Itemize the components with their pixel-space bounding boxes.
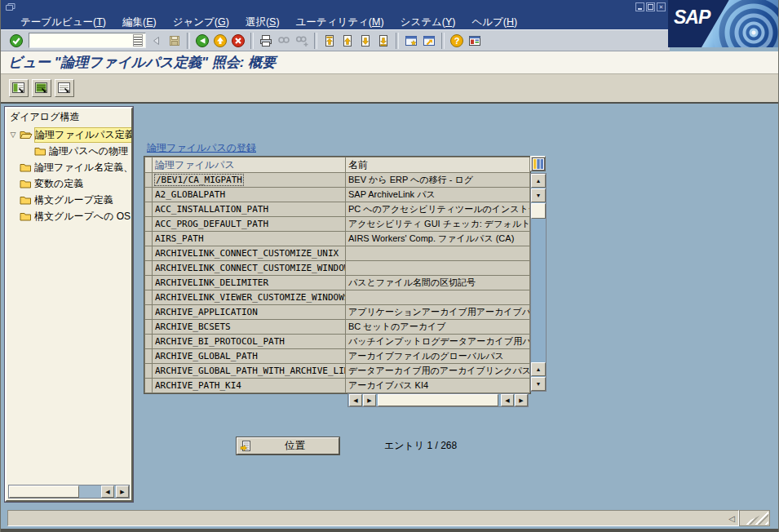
table-vscrollbar[interactable]: ▲ ▼ ▲ ▼ <box>530 173 547 392</box>
table-hscroll-thumb[interactable] <box>378 394 498 406</box>
cell-name[interactable]: アーカイブファイルのグローバルパス <box>346 349 530 364</box>
cell-logical-path[interactable]: ARCHIVE_BI_PROTOCOL_PATH <box>153 335 346 349</box>
tree-hscroll-thumb[interactable] <box>9 485 79 498</box>
row-selector[interactable] <box>145 217 153 232</box>
table-scroll-right-button[interactable]: ▶ <box>363 394 376 406</box>
cell-name[interactable]: BC セットのアーカイブ <box>346 320 530 335</box>
table-list-icon[interactable] <box>55 79 74 97</box>
cell-name[interactable] <box>346 290 530 305</box>
customize-icon[interactable] <box>466 32 484 50</box>
table-scroll-left-button-2[interactable]: ◀ <box>501 394 514 406</box>
enter-icon[interactable] <box>7 32 25 50</box>
page-down-icon[interactable] <box>356 32 374 50</box>
row-selector[interactable] <box>145 379 153 393</box>
cell-logical-path[interactable]: ARCHIVE_APPLICATION <box>153 305 346 320</box>
print-icon[interactable] <box>257 32 275 50</box>
tree-item[interactable]: 論理パスへの物理 <box>7 143 131 159</box>
cell-logical-path[interactable]: ARCHIVELINK_CONNECT_CUSTOMIZE_UNIX <box>153 246 346 261</box>
command-input[interactable] <box>29 33 146 48</box>
cell-name[interactable]: PC へのアクセシビリティツールのインストール <box>346 202 530 217</box>
row-selector[interactable] <box>145 261 153 276</box>
resize-grip[interactable] <box>739 510 770 526</box>
cell-logical-path[interactable]: AIRS_PATH <box>153 232 346 246</box>
exit-icon[interactable] <box>211 32 229 50</box>
table-config-icon[interactable] <box>530 156 546 171</box>
cell-name[interactable] <box>346 261 530 276</box>
table-selection-icon[interactable] <box>32 79 51 97</box>
table-scroll-left-button[interactable]: ◀ <box>349 394 362 406</box>
row-selector[interactable] <box>145 202 153 217</box>
row-selector[interactable] <box>145 364 153 379</box>
row-selector[interactable] <box>145 232 153 246</box>
cell-name[interactable] <box>346 246 530 261</box>
back-icon[interactable] <box>193 32 211 50</box>
vscroll-thumb[interactable] <box>531 203 546 219</box>
tree-scroll-left-button[interactable]: ◀ <box>101 485 114 498</box>
menu-item[interactable]: 選択(S) <box>237 16 288 29</box>
window-menu-icon[interactable] <box>4 2 19 13</box>
column-header-logical-path[interactable]: 論理ファイルパス <box>153 157 346 173</box>
tree-item[interactable]: 変数の定義 <box>7 175 131 192</box>
cell-name[interactable]: アーカイブパス KI4 <box>346 379 530 393</box>
cell-logical-path[interactable]: ARCHIVELINK_DELIMITER <box>153 276 346 290</box>
menu-item[interactable]: ユーティリティ(M) <box>288 16 392 29</box>
column-header-name[interactable]: 名前 <box>346 157 530 173</box>
help-icon[interactable]: ? <box>448 32 466 50</box>
row-selector[interactable] <box>145 276 153 290</box>
tree-scroll-right-button[interactable]: ▶ <box>116 485 129 498</box>
cell-logical-path[interactable]: ACC_PROG_DEFAULT_PATH <box>153 217 346 232</box>
scroll-down-button-bottom[interactable]: ▼ <box>531 377 546 391</box>
table-hscroll-track[interactable] <box>498 394 500 406</box>
tree-item[interactable]: 論理ファイル名定義、 <box>7 159 131 175</box>
vscroll-track[interactable] <box>531 219 546 361</box>
cell-logical-path[interactable]: ARCHIVE_GLOBAL_PATH_WITH_ARCHIVE_LINK <box>153 364 346 379</box>
menu-item[interactable]: ジャンプ(G) <box>165 16 237 29</box>
cell-name[interactable]: データアーカイブ用のアーカイブリンクパス <box>346 364 530 379</box>
tree-item[interactable]: 構文グループへの OS <box>7 208 131 224</box>
tree-hscroll-track[interactable] <box>79 485 100 498</box>
shortcut-icon[interactable] <box>420 32 438 50</box>
status-collapse-icon[interactable]: ◁ <box>728 514 735 523</box>
cell-name[interactable]: SAP ArchiveLink パス <box>346 188 530 202</box>
first-page-icon[interactable] <box>321 32 339 50</box>
cell-name[interactable]: アクセシビリティ GUI チェッカ: デフォルトリポジトリ <box>346 217 530 232</box>
scroll-up-button[interactable]: ▲ <box>531 174 546 188</box>
close-button[interactable] <box>657 2 666 11</box>
page-up-icon[interactable] <box>339 32 356 50</box>
cell-name[interactable]: BEV から ERP への移行 - ログ <box>346 173 530 188</box>
row-selector[interactable] <box>145 320 153 335</box>
cell-logical-path[interactable]: ARCHIVE_BCSETS <box>153 320 346 335</box>
select-all-cell[interactable] <box>145 157 153 173</box>
maximize-button[interactable] <box>646 2 655 11</box>
row-selector[interactable] <box>145 349 153 364</box>
cancel-icon[interactable] <box>229 32 247 50</box>
cell-name[interactable]: パスとファイル名間の区切記号 <box>346 276 530 290</box>
new-session-icon[interactable] <box>402 32 420 50</box>
row-selector[interactable] <box>145 246 153 261</box>
cell-logical-path[interactable]: ARCHIVE_PATH_KI4 <box>153 379 346 393</box>
row-selector[interactable] <box>145 188 153 202</box>
command-dropdown-icon[interactable] <box>133 34 143 47</box>
position-button[interactable]: 位置 <box>237 437 339 454</box>
cell-logical-path[interactable]: /BEV1/CA_MIGPATH <box>153 173 346 188</box>
table-scroll-right-button-2[interactable]: ▶ <box>515 394 528 406</box>
cell-logical-path[interactable]: ARCHIVELINK_CONNECT_CUSTOMIZE_WINDOWS <box>153 261 346 276</box>
tree-item[interactable]: 構文グループ定義 <box>7 192 131 208</box>
expand-toggle[interactable]: ▽ <box>7 131 20 139</box>
row-selector[interactable] <box>145 290 153 305</box>
cell-name[interactable]: アプリケーションアーカイブ用アーカイブパス <box>346 305 530 320</box>
menu-item[interactable]: ヘルプ(H) <box>463 16 525 29</box>
table-hscrollbar[interactable]: ◀ ▶ ◀ ▶ <box>347 393 529 407</box>
cell-logical-path[interactable]: ACC_INSTALLATION_PATH <box>153 202 346 217</box>
menu-item[interactable]: システム(Y) <box>392 16 464 29</box>
table-contents-icon[interactable] <box>9 79 29 97</box>
logical-file-path-registration-link[interactable]: 論理ファイルパスの登録 <box>147 141 256 155</box>
menu-item[interactable]: 編集(E) <box>114 16 165 29</box>
scroll-down-button[interactable]: ▼ <box>531 188 546 202</box>
tree-item[interactable]: ▽論理ファイルパス定義 <box>7 126 131 143</box>
row-selector[interactable] <box>145 173 153 188</box>
cell-name[interactable]: バッチインプットログデータアーカイブ用パス <box>346 335 530 349</box>
tree-hscrollbar[interactable]: ◀ ▶ <box>8 485 130 499</box>
scroll-up-button-bottom[interactable]: ▲ <box>531 362 546 376</box>
row-selector[interactable] <box>145 305 153 320</box>
